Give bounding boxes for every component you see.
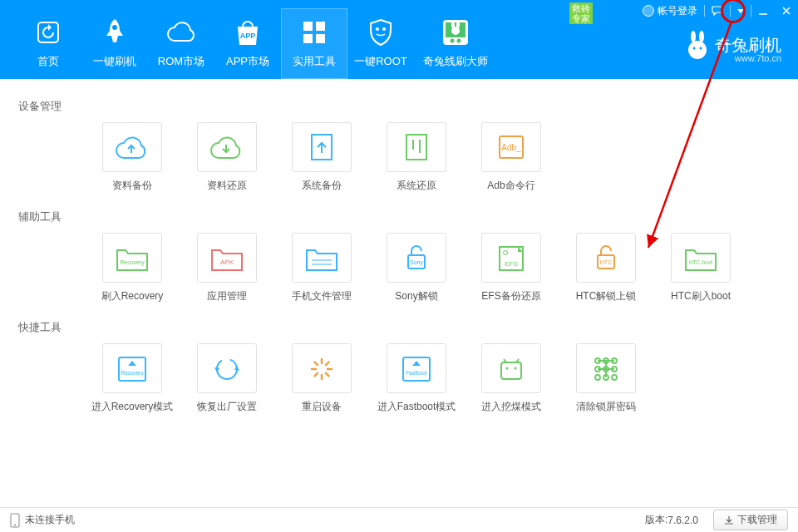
tool-label: 资料还原 bbox=[207, 179, 247, 193]
svg-rect-3 bbox=[303, 22, 313, 31]
rabbit-icon bbox=[685, 30, 710, 60]
svg-line-44 bbox=[326, 373, 329, 377]
tool-label: 手机文件管理 bbox=[292, 289, 352, 303]
tool-tile[interactable]: EFSEFS备份还原 bbox=[464, 233, 559, 303]
adb-icon: Adb_ bbox=[481, 122, 541, 172]
svg-point-17 bbox=[691, 31, 696, 42]
tool-tile[interactable]: 资料备份 bbox=[85, 122, 180, 193]
svg-point-1 bbox=[112, 25, 117, 30]
close-button[interactable] bbox=[775, 0, 798, 22]
brand-logo: 奇兔刷机 www.7to.cn bbox=[685, 30, 781, 60]
folder-recovery-icon: Recovery bbox=[102, 233, 162, 283]
tool-label: 系统还原 bbox=[397, 179, 436, 193]
enter-recovery-icon: Recovery bbox=[102, 343, 162, 393]
menu-dropdown[interactable] bbox=[731, 0, 751, 22]
cloud-up-icon bbox=[102, 122, 162, 172]
svg-text:Recovery: Recovery bbox=[120, 259, 145, 266]
folder-htcboot-icon: HTC-boot bbox=[671, 233, 731, 283]
svg-point-11 bbox=[451, 38, 455, 42]
download-manager-button[interactable]: 下载管理 bbox=[713, 510, 788, 530]
tool-tile[interactable]: Recovery刷入Recovery bbox=[85, 233, 180, 303]
tool-label: 重启设备 bbox=[302, 400, 342, 414]
rabbit-app-icon bbox=[441, 16, 470, 49]
nav-tools[interactable]: 实用工具 bbox=[281, 8, 347, 79]
disk-efs-icon: EFS bbox=[481, 233, 541, 283]
tool-tile[interactable]: 手机文件管理 bbox=[274, 233, 369, 303]
enter-fastboot-icon: Fastboot bbox=[387, 343, 446, 393]
tool-tile[interactable]: 清除锁屏密码 bbox=[559, 343, 653, 414]
shield-icon bbox=[368, 16, 393, 49]
svg-text:HTC-boot: HTC-boot bbox=[689, 259, 712, 265]
phone-icon bbox=[10, 513, 20, 528]
version-value: 7.6.2.0 bbox=[667, 515, 698, 526]
rescue-badge: 救砖 专家 bbox=[569, 2, 593, 24]
svg-point-66 bbox=[14, 524, 16, 525]
nav-home[interactable]: 首页 bbox=[15, 8, 81, 79]
svg-line-46 bbox=[315, 373, 318, 377]
svg-rect-5 bbox=[303, 34, 313, 43]
android-icon bbox=[481, 343, 541, 393]
nav-flash[interactable]: 一键刷机 bbox=[81, 8, 148, 79]
nav-root[interactable]: 一键ROOT bbox=[347, 8, 414, 79]
tool-label: 进入Recovery模式 bbox=[91, 400, 174, 414]
tool-tile[interactable]: SonySony解锁 bbox=[369, 233, 464, 303]
cloud-icon bbox=[165, 16, 198, 49]
tool-tile[interactable]: 恢复出厂设置 bbox=[180, 343, 274, 414]
svg-point-40 bbox=[217, 359, 237, 379]
tool-label: 恢复出厂设置 bbox=[197, 400, 257, 414]
tool-label: 系统备份 bbox=[302, 179, 342, 193]
tool-tile[interactable]: Fastboot进入Fastboot模式 bbox=[369, 343, 464, 414]
tool-label: EFS备份还原 bbox=[481, 289, 540, 303]
top-bar: 首页 一键刷机 ROM市场 APP APP市场 实用工具 bbox=[0, 0, 798, 79]
tool-tile[interactable]: 进入挖煤模式 bbox=[464, 343, 559, 414]
svg-text:APK: APK bbox=[220, 259, 234, 266]
doc-down-icon bbox=[387, 122, 446, 172]
tool-tile[interactable]: APK应用管理 bbox=[180, 233, 274, 303]
svg-rect-4 bbox=[316, 22, 325, 31]
doc-up-icon bbox=[292, 122, 352, 172]
svg-point-64 bbox=[612, 375, 617, 380]
svg-text:APP: APP bbox=[240, 32, 256, 40]
svg-point-53 bbox=[515, 367, 517, 370]
tool-label: 应用管理 bbox=[207, 289, 247, 303]
avatar-icon bbox=[643, 5, 654, 17]
keypad-icon bbox=[576, 343, 636, 393]
svg-point-7 bbox=[376, 27, 379, 31]
tool-tile[interactable]: 系统还原 bbox=[369, 122, 464, 193]
nav-wireflash[interactable]: 奇兔线刷大师 bbox=[414, 8, 497, 79]
svg-line-48 bbox=[315, 362, 318, 366]
svg-text:Fastboot: Fastboot bbox=[406, 370, 426, 376]
main-nav: 首页 一键刷机 ROM市场 APP APP市场 实用工具 bbox=[0, 0, 497, 79]
account-login[interactable]: 帐号登录 bbox=[636, 0, 704, 22]
minimize-button[interactable] bbox=[751, 0, 775, 22]
section-title: 快捷工具 bbox=[18, 320, 780, 335]
nav-app[interactable]: APP APP市场 bbox=[214, 8, 281, 79]
svg-rect-23 bbox=[406, 135, 426, 160]
version-label: 版本: bbox=[645, 513, 667, 527]
tool-grid: Recovery刷入RecoveryAPK应用管理手机文件管理SonySony解… bbox=[18, 233, 780, 308]
tool-label: 清除锁屏密码 bbox=[576, 400, 636, 414]
cycle-icon bbox=[197, 343, 257, 393]
svg-rect-51 bbox=[501, 362, 521, 379]
svg-point-21 bbox=[700, 47, 702, 50]
status-bar: 未连接手机 版本: 7.6.2.0 下载管理 bbox=[0, 507, 798, 532]
triangle-down-icon bbox=[737, 9, 744, 13]
tool-tile[interactable]: HTC-bootHTC刷入boot bbox=[653, 233, 748, 303]
svg-text:Sony: Sony bbox=[410, 259, 423, 266]
svg-point-15 bbox=[451, 27, 460, 35]
tool-tile[interactable]: Recovery进入Recovery模式 bbox=[85, 343, 180, 414]
nav-rom[interactable]: ROM市场 bbox=[148, 8, 214, 79]
tool-label: 刷入Recovery bbox=[101, 289, 164, 303]
svg-point-52 bbox=[506, 367, 509, 370]
feedback-button[interactable] bbox=[705, 0, 730, 22]
tool-tile[interactable]: 系统备份 bbox=[274, 122, 369, 193]
svg-text:Adb_: Adb_ bbox=[501, 143, 521, 152]
tool-tile[interactable]: HTCHTC解锁上锁 bbox=[559, 233, 653, 303]
section-title: 设备管理 bbox=[18, 99, 780, 114]
tool-tile[interactable]: 资料还原 bbox=[180, 122, 274, 193]
spinner-icon bbox=[292, 343, 352, 393]
tool-tile[interactable]: Adb_Adb命令行 bbox=[464, 122, 559, 193]
tool-label: Sony解锁 bbox=[395, 289, 437, 303]
tool-grid: 资料备份资料还原系统备份系统还原Adb_Adb命令行 bbox=[18, 122, 780, 198]
tool-tile[interactable]: 重启设备 bbox=[274, 343, 369, 414]
